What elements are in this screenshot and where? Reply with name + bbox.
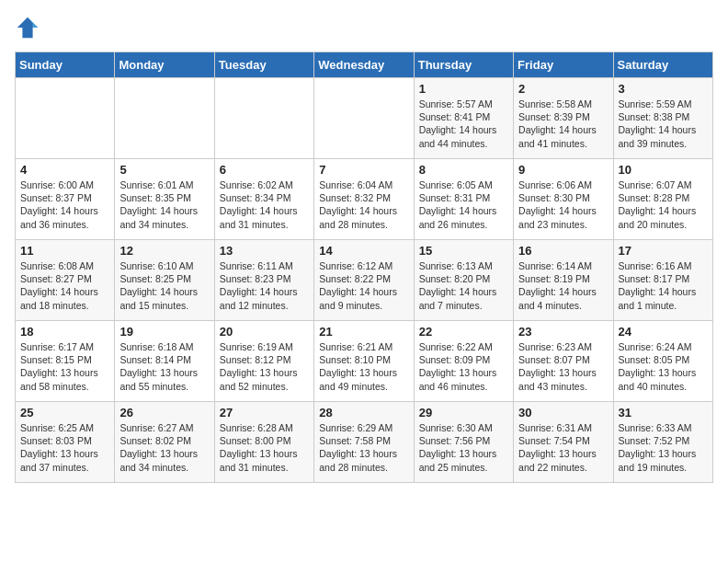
- calendar-cell: 24Sunrise: 6:24 AMSunset: 8:05 PMDayligh…: [613, 321, 712, 402]
- day-number: 2: [518, 82, 608, 96]
- calendar-header-row: SundayMondayTuesdayWednesdayThursdayFrid…: [16, 52, 713, 78]
- day-info: Sunrise: 6:29 AMSunset: 7:58 PMDaylight:…: [319, 421, 408, 474]
- day-info: Sunrise: 6:11 AMSunset: 8:23 PMDaylight:…: [220, 259, 309, 312]
- calendar-cell: 18Sunrise: 6:17 AMSunset: 8:15 PMDayligh…: [16, 321, 115, 402]
- day-info: Sunrise: 6:07 AMSunset: 8:28 PMDaylight:…: [619, 178, 708, 231]
- day-info: Sunrise: 6:01 AMSunset: 8:35 PMDaylight:…: [119, 178, 209, 231]
- day-number: 22: [419, 325, 508, 339]
- calendar-cell: 10Sunrise: 6:07 AMSunset: 8:28 PMDayligh…: [613, 159, 712, 240]
- calendar-cell: [115, 78, 214, 159]
- calendar-cell: 27Sunrise: 6:28 AMSunset: 8:00 PMDayligh…: [214, 402, 313, 483]
- calendar-cell: 23Sunrise: 6:23 AMSunset: 8:07 PMDayligh…: [514, 321, 613, 402]
- calendar-cell: 6Sunrise: 6:02 AMSunset: 8:34 PMDaylight…: [214, 159, 313, 240]
- calendar-cell: 28Sunrise: 6:29 AMSunset: 7:58 PMDayligh…: [314, 402, 414, 483]
- day-header-thursday: Thursday: [414, 52, 513, 78]
- day-info: Sunrise: 6:04 AMSunset: 8:32 PMDaylight:…: [319, 178, 408, 231]
- day-info: Sunrise: 5:59 AMSunset: 8:38 PMDaylight:…: [619, 98, 708, 150]
- calendar-cell: 5Sunrise: 6:01 AMSunset: 8:35 PMDaylight…: [115, 159, 214, 240]
- day-info: Sunrise: 6:17 AMSunset: 8:15 PMDaylight:…: [20, 340, 109, 393]
- day-number: 19: [119, 325, 209, 339]
- calendar-cell: [16, 78, 115, 159]
- day-header-sunday: Sunday: [16, 52, 115, 78]
- day-info: Sunrise: 6:31 AMSunset: 7:54 PMDaylight:…: [518, 421, 608, 474]
- day-number: 31: [619, 406, 708, 419]
- day-number: 14: [319, 244, 408, 258]
- calendar-cell: 14Sunrise: 6:12 AMSunset: 8:22 PMDayligh…: [314, 240, 414, 321]
- day-number: 30: [518, 406, 608, 419]
- day-info: Sunrise: 6:00 AMSunset: 8:37 PMDaylight:…: [20, 178, 109, 231]
- calendar-cell: 12Sunrise: 6:10 AMSunset: 8:25 PMDayligh…: [115, 240, 214, 321]
- day-info: Sunrise: 6:12 AMSunset: 8:22 PMDaylight:…: [319, 259, 408, 312]
- day-number: 26: [119, 406, 209, 419]
- page-header: [15, 15, 713, 40]
- day-number: 8: [419, 163, 508, 177]
- calendar-cell: 19Sunrise: 6:18 AMSunset: 8:14 PMDayligh…: [115, 321, 214, 402]
- day-number: 23: [518, 325, 608, 339]
- day-number: 16: [518, 244, 608, 258]
- day-info: Sunrise: 6:16 AMSunset: 8:17 PMDaylight:…: [619, 259, 708, 312]
- day-number: 29: [419, 406, 508, 419]
- day-info: Sunrise: 6:24 AMSunset: 8:05 PMDaylight:…: [619, 340, 708, 393]
- day-number: 11: [20, 244, 109, 258]
- day-number: 7: [319, 163, 408, 177]
- calendar-cell: 26Sunrise: 6:27 AMSunset: 8:02 PMDayligh…: [115, 402, 214, 483]
- day-header-saturday: Saturday: [613, 52, 712, 78]
- day-header-tuesday: Tuesday: [214, 52, 313, 78]
- calendar-cell: 30Sunrise: 6:31 AMSunset: 7:54 PMDayligh…: [514, 402, 613, 483]
- day-info: Sunrise: 6:22 AMSunset: 8:09 PMDaylight:…: [419, 340, 508, 393]
- day-info: Sunrise: 6:05 AMSunset: 8:31 PMDaylight:…: [419, 178, 508, 231]
- day-info: Sunrise: 6:27 AMSunset: 8:02 PMDaylight:…: [119, 421, 209, 474]
- calendar-week-row: 11Sunrise: 6:08 AMSunset: 8:27 PMDayligh…: [16, 240, 713, 321]
- calendar-cell: 15Sunrise: 6:13 AMSunset: 8:20 PMDayligh…: [414, 240, 513, 321]
- day-info: Sunrise: 6:30 AMSunset: 7:56 PMDaylight:…: [419, 421, 508, 474]
- day-info: Sunrise: 6:13 AMSunset: 8:20 PMDaylight:…: [419, 259, 508, 312]
- day-header-wednesday: Wednesday: [314, 52, 414, 78]
- calendar-cell: 9Sunrise: 6:06 AMSunset: 8:30 PMDaylight…: [514, 159, 613, 240]
- calendar-cell: 20Sunrise: 6:19 AMSunset: 8:12 PMDayligh…: [214, 321, 313, 402]
- day-info: Sunrise: 6:08 AMSunset: 8:27 PMDaylight:…: [20, 259, 109, 312]
- day-number: 18: [20, 325, 109, 339]
- day-info: Sunrise: 6:28 AMSunset: 8:00 PMDaylight:…: [220, 421, 309, 474]
- calendar-week-row: 18Sunrise: 6:17 AMSunset: 8:15 PMDayligh…: [16, 321, 713, 402]
- logo-icon: [15, 15, 40, 40]
- calendar-cell: 2Sunrise: 5:58 AMSunset: 8:39 PMDaylight…: [514, 78, 613, 159]
- day-number: 20: [220, 325, 309, 339]
- calendar-week-row: 4Sunrise: 6:00 AMSunset: 8:37 PMDaylight…: [16, 159, 713, 240]
- day-number: 27: [220, 406, 309, 419]
- day-number: 21: [319, 325, 408, 339]
- calendar-cell: 3Sunrise: 5:59 AMSunset: 8:38 PMDaylight…: [613, 78, 712, 159]
- logo: [15, 15, 44, 40]
- calendar-cell: 25Sunrise: 6:25 AMSunset: 8:03 PMDayligh…: [16, 402, 115, 483]
- day-number: 17: [619, 244, 708, 258]
- day-info: Sunrise: 5:57 AMSunset: 8:41 PMDaylight:…: [419, 98, 508, 150]
- day-number: 1: [419, 82, 508, 96]
- day-info: Sunrise: 6:18 AMSunset: 8:14 PMDaylight:…: [119, 340, 209, 393]
- day-info: Sunrise: 6:06 AMSunset: 8:30 PMDaylight:…: [518, 178, 608, 231]
- day-number: 24: [619, 325, 708, 339]
- day-info: Sunrise: 6:21 AMSunset: 8:10 PMDaylight:…: [319, 340, 408, 393]
- day-info: Sunrise: 6:19 AMSunset: 8:12 PMDaylight:…: [220, 340, 309, 393]
- day-info: Sunrise: 6:33 AMSunset: 7:52 PMDaylight:…: [619, 421, 708, 474]
- calendar-cell: 1Sunrise: 5:57 AMSunset: 8:41 PMDaylight…: [414, 78, 513, 159]
- calendar-cell: 13Sunrise: 6:11 AMSunset: 8:23 PMDayligh…: [214, 240, 313, 321]
- day-number: 15: [419, 244, 508, 258]
- day-number: 4: [20, 163, 109, 177]
- day-number: 25: [20, 406, 109, 419]
- day-number: 13: [220, 244, 309, 258]
- calendar-cell: 16Sunrise: 6:14 AMSunset: 8:19 PMDayligh…: [514, 240, 613, 321]
- day-number: 28: [319, 406, 408, 419]
- day-header-friday: Friday: [514, 52, 613, 78]
- calendar-cell: 21Sunrise: 6:21 AMSunset: 8:10 PMDayligh…: [314, 321, 414, 402]
- day-info: Sunrise: 6:10 AMSunset: 8:25 PMDaylight:…: [119, 259, 209, 312]
- day-info: Sunrise: 6:02 AMSunset: 8:34 PMDaylight:…: [220, 178, 309, 231]
- day-info: Sunrise: 6:23 AMSunset: 8:07 PMDaylight:…: [518, 340, 608, 393]
- calendar-cell: 31Sunrise: 6:33 AMSunset: 7:52 PMDayligh…: [613, 402, 712, 483]
- calendar-week-row: 25Sunrise: 6:25 AMSunset: 8:03 PMDayligh…: [16, 402, 713, 483]
- day-number: 3: [619, 82, 708, 96]
- day-number: 5: [119, 163, 209, 177]
- day-number: 12: [119, 244, 209, 258]
- day-info: Sunrise: 6:25 AMSunset: 8:03 PMDaylight:…: [20, 421, 109, 474]
- calendar-cell: 8Sunrise: 6:05 AMSunset: 8:31 PMDaylight…: [414, 159, 513, 240]
- calendar-cell: [214, 78, 313, 159]
- calendar-cell: 4Sunrise: 6:00 AMSunset: 8:37 PMDaylight…: [16, 159, 115, 240]
